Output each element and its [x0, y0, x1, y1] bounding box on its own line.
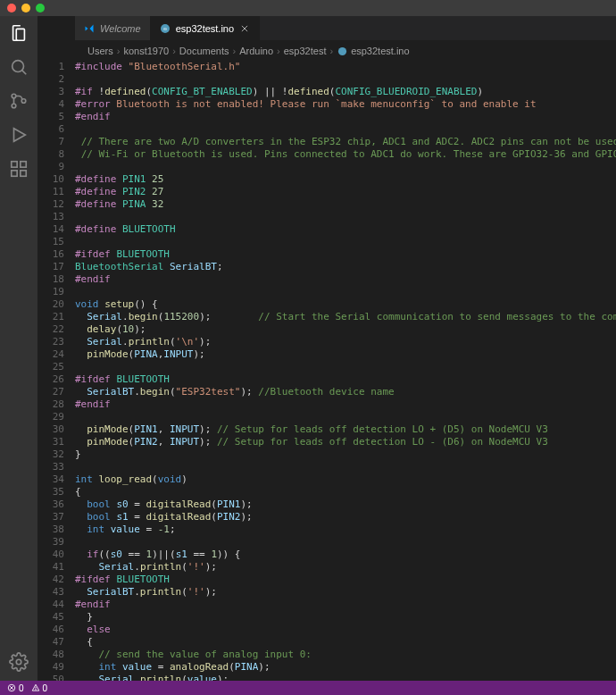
- svg-point-0: [12, 61, 24, 72]
- breadcrumb-item[interactable]: Users: [87, 46, 113, 56]
- code-line[interactable]: else: [75, 624, 616, 636]
- code-line[interactable]: {: [75, 636, 616, 649]
- breadcrumb-item[interactable]: esp32test.ino: [351, 46, 409, 56]
- code-line[interactable]: #endif: [75, 599, 616, 611]
- code-line[interactable]: [75, 236, 616, 248]
- code-line[interactable]: #define PIN2 27: [75, 186, 616, 198]
- close-icon[interactable]: [239, 23, 250, 34]
- code-line[interactable]: #ifdef BLUETOOTH: [75, 574, 616, 586]
- line-number-gutter: 1234567891011121314151617181920212223242…: [37, 61, 75, 681]
- line-number: 3: [37, 86, 64, 98]
- chevron-right-icon: ›: [277, 46, 280, 56]
- code-line[interactable]: #error Bluetooth is not enabled! Please …: [75, 98, 616, 111]
- line-number: 10: [37, 173, 64, 186]
- code-line[interactable]: [75, 161, 616, 173]
- code-line[interactable]: // There are two A/D converters in the E…: [75, 136, 616, 148]
- chevron-right-icon: ›: [172, 46, 176, 56]
- warning-icon: [31, 683, 40, 692]
- search-icon[interactable]: [9, 57, 29, 77]
- window-zoom-button[interactable]: [36, 4, 45, 13]
- breadcrumb-item[interactable]: Arduino: [239, 46, 273, 56]
- code-line[interactable]: delay(10);: [75, 323, 616, 336]
- settings-gear-icon[interactable]: [9, 652, 29, 672]
- explorer-icon[interactable]: [9, 23, 29, 43]
- tab-welcome[interactable]: Welcome: [75, 16, 151, 40]
- code-line[interactable]: Serial.println(value);: [75, 674, 616, 681]
- code-line[interactable]: // send the value of analog input 0:: [75, 649, 616, 661]
- line-number: 14: [37, 223, 64, 236]
- warning-count: 0: [43, 683, 48, 693]
- code-line[interactable]: #ifdef BLUETOOTH: [75, 373, 616, 386]
- code-line[interactable]: if((s0 == 1)||(s1 == 1)) {: [75, 548, 616, 561]
- code-line[interactable]: SerialBT.begin("ESP32test"); //Bluetooth…: [75, 386, 616, 398]
- code-line[interactable]: [75, 286, 616, 298]
- code-line[interactable]: Serial.println('\n');: [75, 336, 616, 348]
- line-number: 37: [37, 511, 64, 523]
- code-line[interactable]: }: [75, 448, 616, 461]
- debug-icon[interactable]: [9, 125, 29, 145]
- code-line[interactable]: #endif: [75, 273, 616, 286]
- code-line[interactable]: [75, 461, 616, 473]
- code-line[interactable]: BluetoothSerial SerialBT;: [75, 261, 616, 273]
- line-number: 13: [37, 211, 64, 223]
- code-line[interactable]: pinMode(PINA,INPUT);: [75, 348, 616, 361]
- status-warnings[interactable]: 0: [31, 683, 48, 693]
- code-line[interactable]: [75, 536, 616, 548]
- code-line[interactable]: void setup() {: [75, 298, 616, 311]
- code-content[interactable]: #include "BluetoothSerial.h" #if !define…: [75, 61, 616, 681]
- code-line[interactable]: int value = analogRead(PINA);: [75, 661, 616, 674]
- line-number: 5: [37, 111, 64, 123]
- code-line[interactable]: #include "BluetoothSerial.h": [75, 61, 616, 73]
- code-line[interactable]: bool s0 = digitalRead(PIN1);: [75, 498, 616, 511]
- tab-label: esp32test.ino: [176, 23, 234, 34]
- code-line[interactable]: #endif: [75, 111, 616, 123]
- code-line[interactable]: {: [75, 486, 616, 498]
- code-line[interactable]: #define PIN1 25: [75, 173, 616, 186]
- code-line[interactable]: Serial.begin(115200); // Start the Seria…: [75, 311, 616, 323]
- code-line[interactable]: #ifdef BLUETOOTH: [75, 248, 616, 261]
- code-line[interactable]: [75, 211, 616, 223]
- tab-bar: Welcome ∞ esp32test.ino: [75, 16, 616, 41]
- window-close-button[interactable]: [7, 4, 16, 13]
- code-line[interactable]: #define BLUETOOTH: [75, 223, 616, 236]
- line-number: 31: [37, 436, 64, 448]
- code-line[interactable]: // Wi-Fi or Bluetooth is used. Pins conn…: [75, 148, 616, 161]
- tab-esp32test[interactable]: ∞ esp32test.ino: [151, 16, 260, 40]
- line-number: 44: [37, 599, 64, 611]
- code-line[interactable]: SerialBT.println('!');: [75, 586, 616, 599]
- code-line[interactable]: pinMode(PIN2, INPUT); // Setup for leads…: [75, 436, 616, 448]
- code-line[interactable]: [75, 73, 616, 86]
- source-control-icon[interactable]: [9, 91, 29, 111]
- code-editor[interactable]: 1234567891011121314151617181920212223242…: [37, 61, 616, 681]
- code-line[interactable]: [75, 123, 616, 136]
- code-line[interactable]: pinMode(PIN1, INPUT); // Setup for leads…: [75, 423, 616, 436]
- breadcrumb-item[interactable]: Documents: [179, 46, 229, 56]
- status-errors[interactable]: 0: [7, 683, 24, 693]
- breadcrumb-item[interactable]: esp32test: [284, 46, 327, 56]
- code-line[interactable]: int value = -1;: [75, 523, 616, 536]
- line-number: 21: [37, 311, 64, 323]
- line-number: 4: [37, 98, 64, 111]
- code-line[interactable]: bool s1 = digitalRead(PIN2);: [75, 511, 616, 523]
- code-line[interactable]: #define PINA 32: [75, 198, 616, 211]
- line-number: 33: [37, 461, 64, 473]
- cpp-file-icon: ∞: [160, 23, 171, 34]
- window-minimize-button[interactable]: [21, 4, 30, 13]
- line-number: 6: [37, 123, 64, 136]
- breadcrumb[interactable]: Users › konst1970 › Documents › Arduino …: [75, 41, 616, 61]
- line-number: 23: [37, 336, 64, 348]
- code-line[interactable]: #if !defined(CONFIG_BT_ENABLED) || !defi…: [75, 86, 616, 98]
- svg-point-2: [12, 94, 16, 98]
- code-line[interactable]: Serial.println('!');: [75, 561, 616, 574]
- extensions-icon[interactable]: [9, 159, 29, 179]
- line-number: 35: [37, 486, 64, 498]
- vscode-icon: [84, 23, 95, 34]
- code-line[interactable]: [75, 411, 616, 423]
- code-line[interactable]: #endif: [75, 398, 616, 411]
- code-line[interactable]: }: [75, 611, 616, 624]
- code-line[interactable]: [75, 361, 616, 373]
- line-number: 20: [37, 298, 64, 311]
- line-number: 32: [37, 448, 64, 461]
- code-line[interactable]: int loop_read(void): [75, 473, 616, 486]
- breadcrumb-item[interactable]: konst1970: [123, 46, 169, 56]
